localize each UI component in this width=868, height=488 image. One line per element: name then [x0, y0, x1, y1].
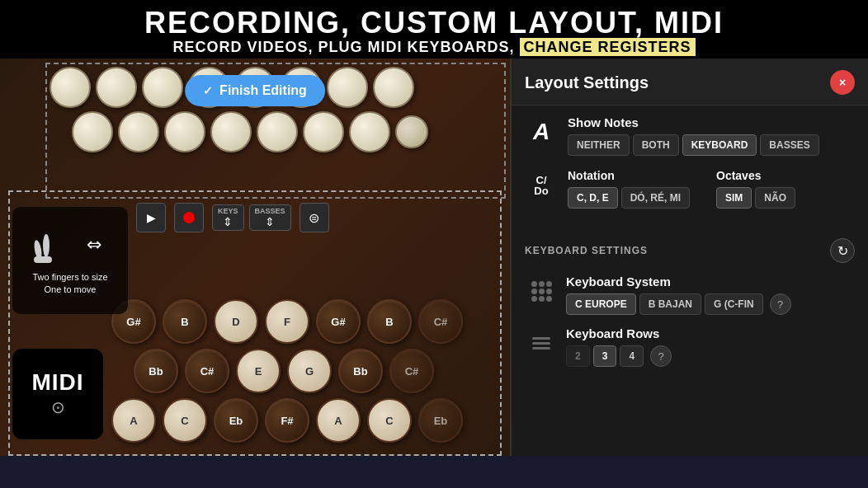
transport-bar: ▶ KEYS ⇕ BASSES ⇕ ⊜ [136, 203, 329, 232]
record-button[interactable] [174, 203, 204, 232]
treble-key[interactable] [349, 111, 390, 152]
show-notes-keyboard[interactable]: KEYBOARD [682, 134, 757, 156]
treble-key[interactable] [142, 67, 183, 108]
rows-help-button[interactable]: ? [650, 345, 672, 367]
midi-connection-icon: ⊙ [51, 397, 65, 417]
bass-section: G# B D F G# B C# Bb C# E G Bb C# A C Eb … [111, 299, 502, 448]
subtitle-highlight: CHANGE REGISTERS [520, 38, 696, 56]
gesture-overlay: ⇔ Two fingers to size One to move [12, 207, 128, 314]
notation-cde[interactable]: C, D, E [568, 187, 618, 209]
bass-key-b[interactable]: B [163, 299, 207, 344]
bass-key-g[interactable]: G [287, 349, 332, 393]
rows-option-2[interactable]: 3 [593, 345, 617, 367]
basses-label: BASSES [255, 207, 285, 215]
treble-key[interactable] [373, 67, 414, 108]
bass-key-c-sharp-2[interactable]: C# [389, 349, 434, 393]
keyboard-settings-label: KEYBOARD SETTINGS [525, 245, 648, 256]
gesture-text-2: One to move [45, 284, 97, 296]
bass-key-eb[interactable]: Eb [214, 398, 258, 443]
basses-resize-button[interactable]: BASSES ⇕ [249, 204, 291, 231]
bass-key-g-sharp-2[interactable]: G# [316, 299, 361, 344]
treble-key[interactable] [303, 111, 344, 152]
help-button[interactable]: ? [770, 293, 791, 315]
panel-body: A Show Notes NEITHER BOTH KEYBOARD BASSE… [512, 106, 868, 456]
notation-doremi[interactable]: Dó, Ré, Mi [621, 187, 690, 209]
bass-key-partial[interactable]: C# [418, 299, 463, 344]
bass-key-d[interactable]: D [214, 299, 258, 344]
settings-button[interactable]: ⊜ [300, 203, 329, 232]
notation-content: Notation C, D, E Dó, Ré, Mi Octaves Sim … [568, 169, 855, 222]
subtitle: RECORD VIDEOS, PLUG MIDI KEYBOARDS, CHAN… [0, 40, 868, 56]
play-button[interactable]: ▶ [136, 203, 166, 232]
bass-key-a-2[interactable]: A [316, 398, 361, 443]
refresh-icon: ↻ [837, 243, 848, 259]
bass-key-f-sharp[interactable]: F# [265, 398, 309, 443]
treble-key[interactable] [327, 67, 368, 108]
treble-key[interactable] [164, 111, 205, 152]
show-notes-basses[interactable]: BASSES [760, 134, 818, 156]
refresh-button[interactable]: ↻ [830, 238, 855, 263]
treble-key[interactable] [96, 67, 137, 108]
octaves-sim[interactable]: Sim [716, 187, 752, 209]
keyboard-system-row: Keyboard System C Europe B Bajan G (C-Fi… [525, 274, 855, 315]
subtitle-normal: RECORD VIDEOS, PLUG MIDI KEYBOARDS, [172, 39, 519, 55]
treble-key[interactable] [257, 111, 298, 152]
treble-key[interactable] [118, 111, 159, 152]
bass-key-c-sharp[interactable]: C# [185, 349, 229, 393]
bass-row-2: Bb C# E G Bb C# [111, 349, 502, 393]
instrument-area: ✓ Finish Editing ⇔ [0, 59, 512, 456]
keys-arrows-icon: ⇕ [223, 215, 233, 228]
keys-resize-button[interactable]: KEYS ⇕ [212, 204, 244, 231]
notation-octaves-split: Notation C, D, E Dó, Ré, Mi Octaves Sim … [568, 169, 855, 209]
bass-key-partial-2[interactable]: Eb [418, 398, 463, 443]
svg-text:⇔: ⇔ [87, 234, 101, 255]
notation-options: C, D, E Dó, Ré, Mi [568, 187, 706, 209]
settings-panel: Layout Settings × A Show Notes NEITHER B… [512, 59, 868, 456]
octaves-options: Sim Não [716, 187, 855, 209]
keyboard-rows-options: 2 3 4 ? [566, 345, 855, 367]
midi-label: MIDI [31, 371, 83, 394]
show-notes-icon: A [525, 115, 558, 148]
notation-icon: C/Do [525, 169, 558, 202]
system-c-europe[interactable]: C Europe [566, 293, 636, 315]
keyboard-rows-label: Keyboard Rows [566, 326, 855, 340]
bass-key-a[interactable]: A [111, 398, 156, 443]
finish-editing-label: Finish Editing [219, 83, 307, 98]
system-b-bajan[interactable]: B Bajan [639, 293, 701, 315]
treble-key[interactable] [210, 111, 252, 152]
basses-arrows-icon: ⇕ [265, 215, 275, 228]
treble-key[interactable] [50, 67, 91, 108]
close-button[interactable]: × [830, 70, 855, 95]
octaves-section: Octaves Sim Não [716, 169, 855, 209]
bass-key-c-2[interactable]: C [367, 398, 412, 443]
two-finger-icon [26, 225, 67, 266]
finish-editing-button[interactable]: ✓ Finish Editing [185, 75, 325, 106]
system-g-cfin[interactable]: G (C-Fin [705, 293, 763, 315]
treble-key[interactable] [72, 111, 113, 152]
bass-key-bb-2[interactable]: Bb [338, 349, 383, 393]
show-notes-neither[interactable]: NEITHER [568, 134, 630, 156]
rows-option-3[interactable]: 4 [620, 345, 644, 367]
rows-option-1[interactable]: 2 [566, 345, 590, 367]
octaves-nao[interactable]: Não [755, 187, 795, 209]
bass-key-b-2[interactable]: B [367, 299, 412, 344]
record-icon [183, 212, 195, 223]
top-banner: RECORDING, CUSTOM LAYOUT, MIDI RECORD VI… [0, 0, 868, 59]
keyboard-system-icon [525, 274, 558, 307]
bass-key-e[interactable]: E [236, 349, 281, 393]
keys-basses-controls: KEYS ⇕ BASSES ⇕ [212, 204, 291, 231]
bass-row-3: A C Eb F# A C Eb [111, 398, 502, 443]
show-notes-both[interactable]: BOTH [633, 134, 679, 156]
bass-key-f[interactable]: F [265, 299, 309, 344]
show-notes-content: Show Notes NEITHER BOTH KEYBOARD BASSES [568, 115, 855, 156]
bass-key-bb[interactable]: Bb [134, 349, 178, 393]
notation-section: Notation C, D, E Dó, Ré, Mi [568, 169, 706, 209]
treble-key-active[interactable] [395, 115, 428, 148]
bass-key-c[interactable]: C [163, 398, 207, 443]
gesture-text-1: Two fingers to size [32, 271, 107, 284]
keyboard-rows-row: Keyboard Rows 2 3 4 ? [525, 326, 855, 367]
keys-label: KEYS [218, 207, 238, 215]
settings-icon: ⊜ [309, 210, 319, 226]
octaves-label: Octaves [716, 169, 855, 182]
keyboard-system-content: Keyboard System C Europe B Bajan G (C-Fi… [566, 274, 855, 315]
